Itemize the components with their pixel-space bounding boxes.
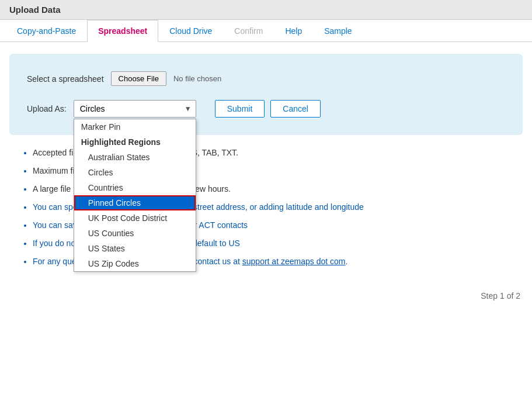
tabs-bar: Copy-and-Paste Spreadsheet Cloud Drive C… <box>0 20 532 42</box>
file-select-label: Select a spreadsheet <box>27 74 104 84</box>
tab-copy-paste[interactable]: Copy-and-Paste <box>6 20 87 42</box>
dropdown-item-us-states[interactable]: US States <box>74 241 196 256</box>
support-link[interactable]: support at zeemaps dot com <box>242 257 346 266</box>
dropdown-item-circles[interactable]: Circles <box>74 165 196 180</box>
submit-button[interactable]: Submit <box>215 100 265 118</box>
main-content: Select a spreadsheet Choose File No file… <box>0 42 532 285</box>
cancel-button[interactable]: Cancel <box>270 100 321 118</box>
dropdown-list: Marker Pin Highlighted Regions Australia… <box>74 119 196 272</box>
dropdown-item-australian-states[interactable]: Australian States <box>74 150 196 165</box>
dropdown-item-marker-pin[interactable]: Marker Pin <box>74 119 196 134</box>
dropdown-item-uk-post-code[interactable]: UK Post Code District <box>74 210 196 226</box>
dropdown-item-us-zip-codes[interactable]: US Zip Codes <box>74 256 196 271</box>
upload-as-label: Upload As: <box>27 104 67 113</box>
page-title: Upload Data <box>9 5 61 15</box>
upload-as-select[interactable]: Circles <box>74 100 196 118</box>
header: Upload Data <box>0 0 532 20</box>
info-contact-period: . <box>345 257 347 266</box>
file-select-row: Select a spreadsheet Choose File No file… <box>27 71 505 86</box>
upload-as-row: Upload As: Circles ▼ Marker Pin Highligh… <box>27 100 505 118</box>
dropdown-item-pinned-circles[interactable]: Pinned Circles <box>74 195 196 210</box>
step-indicator: Step 1 of 2 <box>0 285 532 306</box>
no-file-text: No file chosen <box>173 74 221 83</box>
tab-sample[interactable]: Sample <box>313 20 363 42</box>
dropdown-item-countries[interactable]: Countries <box>74 180 196 195</box>
tab-cloud-drive[interactable]: Cloud Drive <box>158 20 223 42</box>
choose-file-button[interactable]: Choose File <box>111 71 166 86</box>
tab-confirm: Confirm <box>223 20 274 42</box>
tab-spreadsheet[interactable]: Spreadsheet <box>87 20 158 42</box>
upload-as-dropdown-wrapper: Circles ▼ Marker Pin Highlighted Regions… <box>74 100 196 118</box>
dropdown-item-highlighted-regions[interactable]: Highlighted Regions <box>74 134 196 150</box>
upload-box: Select a spreadsheet Choose File No file… <box>9 54 523 135</box>
action-buttons: Submit Cancel <box>215 100 321 118</box>
dropdown-item-us-counties[interactable]: US Counties <box>74 226 196 241</box>
tab-help[interactable]: Help <box>274 20 313 42</box>
